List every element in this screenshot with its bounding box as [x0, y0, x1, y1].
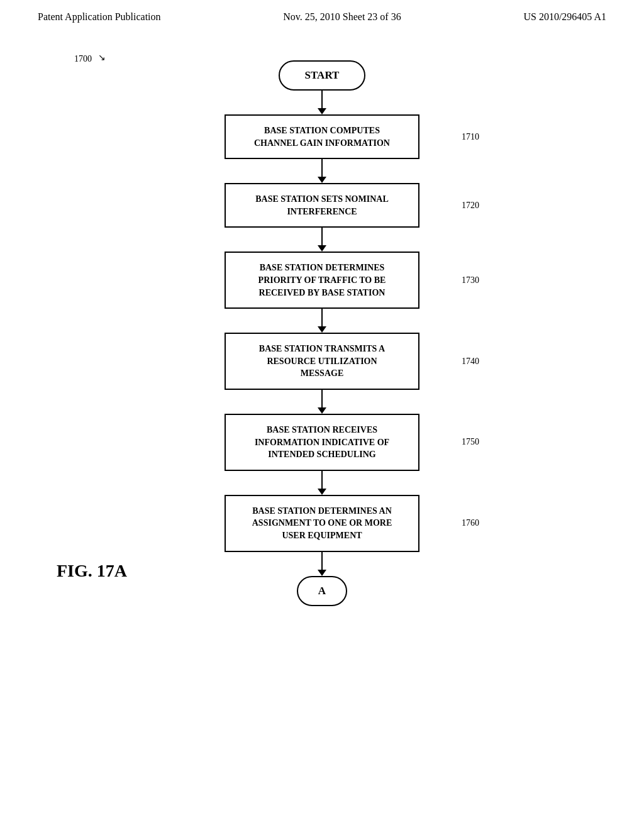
arrow-head	[318, 326, 326, 333]
label-1760: 1760	[462, 518, 479, 528]
end-row: A	[297, 576, 347, 606]
arrow-line	[321, 91, 323, 108]
arrow-head	[318, 245, 326, 252]
step-row-1710: BASE STATION COMPUTESCHANNEL GAIN INFORM…	[225, 114, 419, 159]
arrow-2	[318, 159, 326, 183]
label-1710: 1710	[462, 132, 479, 142]
arrow-1	[318, 91, 326, 114]
step-row-1720: BASE STATION SETS NOMINALINTERFERENCE 17…	[225, 183, 419, 228]
arrow-7	[318, 552, 326, 576]
start-label: START	[305, 69, 340, 81]
box-1720: BASE STATION SETS NOMINALINTERFERENCE	[225, 183, 419, 228]
box-1760-text: BASE STATION DETERMINES ANASSIGNMENT TO …	[252, 506, 392, 540]
start-row: START	[279, 60, 366, 91]
arrow-4	[318, 309, 326, 333]
box-1750-text: BASE STATION RECEIVESINFORMATION INDICAT…	[255, 425, 389, 459]
label-1740: 1740	[462, 357, 479, 367]
arrow-head	[318, 177, 326, 183]
step-row-1750: BASE STATION RECEIVESINFORMATION INDICAT…	[225, 414, 419, 471]
arrow-5	[318, 390, 326, 414]
step-row-1740: BASE STATION TRANSMITS ARESOURCE UTILIZA…	[225, 333, 419, 390]
header-center: Nov. 25, 2010 Sheet 23 of 36	[283, 11, 401, 23]
box-1730-text: BASE STATION DETERMINESPRIORITY OF TRAFF…	[258, 263, 386, 297]
end-label: A	[318, 585, 326, 597]
end-shape: A	[297, 576, 347, 606]
step-row-1730: BASE STATION DETERMINESPRIORITY OF TRAFF…	[225, 252, 419, 309]
arrow-6	[318, 471, 326, 495]
box-1710-text: BASE STATION COMPUTESCHANNEL GAIN INFORM…	[254, 126, 390, 148]
box-1710: BASE STATION COMPUTESCHANNEL GAIN INFORM…	[225, 114, 419, 159]
arrow-line	[321, 228, 323, 245]
label-1730: 1730	[462, 275, 479, 285]
box-1740-text: BASE STATION TRANSMITS ARESOURCE UTILIZA…	[259, 344, 385, 378]
box-1740: BASE STATION TRANSMITS ARESOURCE UTILIZA…	[225, 333, 419, 390]
arrow-3	[318, 228, 326, 252]
box-1760: BASE STATION DETERMINES ANASSIGNMENT TO …	[225, 495, 419, 552]
diagram-area: 1700 ↘ START BASE STATION COMPUTESCHANNE…	[0, 29, 644, 606]
flowchart: START BASE STATION COMPUTESCHANNEL GAIN …	[0, 60, 644, 606]
arrow-head	[318, 489, 326, 495]
arrow-head	[318, 407, 326, 414]
label-1750: 1750	[462, 437, 479, 447]
box-1750: BASE STATION RECEIVESINFORMATION INDICAT…	[225, 414, 419, 471]
arrow-line	[321, 390, 323, 407]
start-shape: START	[279, 60, 366, 91]
header-right: US 2010/296405 A1	[523, 11, 606, 23]
arrow-head	[318, 108, 326, 114]
figure-label: FIG. 17A	[57, 561, 127, 581]
arrow-line	[321, 309, 323, 326]
box-1730: BASE STATION DETERMINESPRIORITY OF TRAFF…	[225, 252, 419, 309]
arrow-line	[321, 471, 323, 489]
arrow-line	[321, 552, 323, 570]
page-header: Patent Application Publication Nov. 25, …	[0, 0, 644, 29]
step-row-1760: BASE STATION DETERMINES ANASSIGNMENT TO …	[225, 495, 419, 552]
arrow-line	[321, 159, 323, 177]
arrow-head	[318, 570, 326, 576]
label-1720: 1720	[462, 201, 479, 211]
box-1720-text: BASE STATION SETS NOMINALINTERFERENCE	[255, 194, 388, 216]
header-left: Patent Application Publication	[38, 11, 161, 23]
